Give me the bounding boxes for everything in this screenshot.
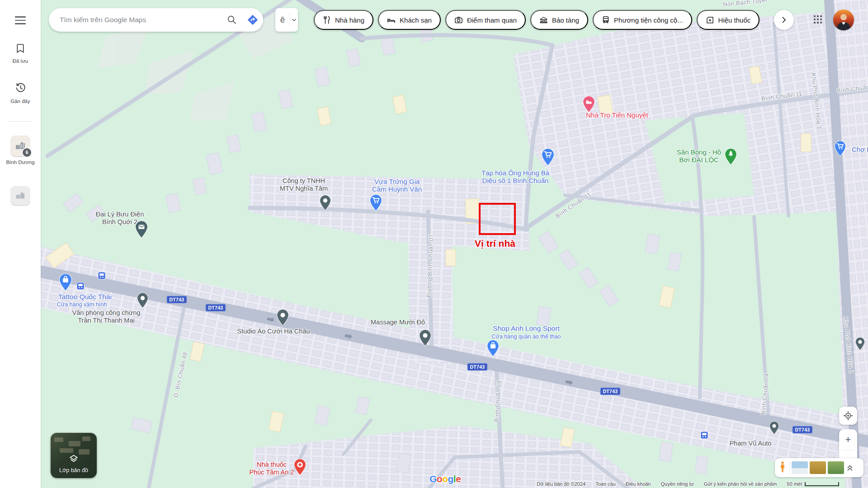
poi-label-nha-thuoc-phuc-tam-an[interactable]: Nhà thuốc Phúc Tâm An 2 — [250, 461, 294, 476]
chip-label: Điểm tham quan — [467, 16, 517, 24]
shortcut-label: Bình Dương — [5, 159, 36, 165]
imagery-thumbnail[interactable] — [810, 461, 826, 474]
pin-shop-anh-long[interactable] — [487, 340, 499, 359]
pin-tap-hoa[interactable] — [542, 148, 554, 168]
pin-nghia-tam[interactable] — [320, 195, 331, 213]
pegman-icon[interactable] — [778, 461, 788, 474]
search-button[interactable] — [222, 9, 242, 30]
attribution-bar: Dữ liệu bản đồ ©2024Toàn cầuĐiều khoảnQu… — [537, 481, 839, 487]
sidebar-item-label: Gần đây — [0, 98, 41, 104]
poi-label-san-bong-dai-loc[interactable]: Sân Bóng - Hồ Bơi ĐẠI LỘC — [677, 148, 721, 164]
shortcut-count-badge: 6 — [22, 147, 32, 158]
chip-museum[interactable]: Bảo tàng — [530, 10, 588, 30]
pin-edge[interactable] — [855, 337, 865, 352]
layers-label: Lớp bản đồ — [51, 467, 97, 474]
collapse-icon[interactable] — [847, 464, 853, 471]
pin-studio[interactable] — [277, 309, 289, 328]
chip-label: Hiệu thuốc — [718, 16, 751, 24]
footer-item[interactable]: Điều khoản — [626, 481, 651, 487]
sidebar-item-history[interactable]: Gần đây — [0, 82, 41, 104]
scale-text: 50 mét — [787, 481, 802, 487]
place-thumbnail — [11, 186, 30, 205]
search-bar — [49, 8, 263, 32]
imagery-thumbnail[interactable] — [828, 461, 844, 474]
chip-label: Bảo tàng — [552, 16, 579, 24]
poi-label-massage-muoi-do[interactable]: Massage Mười Đô — [371, 319, 425, 326]
pin-cho[interactable] — [835, 141, 846, 159]
directions-button[interactable] — [242, 9, 263, 30]
layers-icon — [69, 454, 79, 464]
sidebar-shortcut-2[interactable] — [0, 186, 41, 205]
chip-hotel[interactable]: Khách sạn — [378, 10, 441, 30]
footer-item[interactable]: Toàn cầu — [595, 481, 616, 487]
footer-item[interactable]: Dữ liệu bản đồ ©2024 — [537, 481, 585, 487]
pin-massage[interactable] — [419, 329, 431, 348]
more-categories-button[interactable] — [774, 10, 794, 30]
house-location-rectangle — [479, 203, 516, 235]
chip-label: Nhà hàng — [335, 16, 364, 24]
imagery-bar — [775, 458, 863, 477]
chevron-right-icon — [781, 16, 787, 23]
search-input[interactable] — [59, 15, 222, 24]
directions-icon — [247, 14, 259, 26]
category-chips: Nhà hàngKhách sạnĐiểm tham quanBảo tàngP… — [314, 10, 760, 30]
pin-nha-thuoc[interactable] — [294, 459, 306, 478]
pin-pham-vu[interactable] — [769, 421, 779, 436]
bus-stop-icon[interactable] — [76, 282, 85, 292]
poi-label-cho[interactable]: Chợ B — [852, 145, 868, 153]
sidebar: Đã lưuGần đây 6 Bình Dương — [0, 0, 41, 488]
poi-label-tattoo-quoc-thai[interactable]: Tattoo Quốc Thái — [58, 293, 112, 301]
ime-label: ê — [275, 13, 290, 27]
chip-transit[interactable]: Phương tiện công cộ... — [593, 10, 692, 30]
poi-label-shop-anh-long[interactable]: Shop Anh Long Sport — [493, 324, 559, 333]
chip-label: Phương tiện công cộ... — [614, 16, 683, 24]
pin-buu-dien[interactable] — [135, 221, 148, 240]
google-logo: Google — [429, 474, 461, 484]
pin-nha-tro[interactable] — [583, 96, 595, 115]
map-layers-button[interactable]: Lớp bản đồ — [51, 433, 97, 478]
road-badge: DT743 — [600, 388, 620, 395]
my-location-button[interactable] — [839, 407, 857, 425]
sidebar-divider — [8, 121, 33, 122]
chevron-down-icon[interactable] — [290, 19, 298, 21]
place-thumbnail: 6 — [11, 136, 30, 156]
pin-dai-loc[interactable] — [725, 148, 737, 167]
road-badge: DT743 — [166, 296, 187, 304]
menu-icon[interactable] — [11, 12, 30, 29]
google-apps-grid-icon[interactable] — [811, 13, 825, 26]
map-viewport[interactable]: Nhà Trọ Tiến NguyệtTạp hóa Ông Hùng Bà D… — [0, 0, 868, 488]
chip-pharmacy[interactable]: Hiệu thuốc — [697, 10, 760, 30]
avatar[interactable] — [833, 9, 854, 30]
map-scale: 50 mét — [787, 481, 839, 487]
footer-item[interactable]: Quyền riêng tư — [660, 481, 693, 487]
poi-label-cong-ty-nghia-tam[interactable]: Công ty TNHH MTV Nghĩa Tâm — [280, 177, 328, 192]
pin-vua-trung[interactable] — [370, 194, 382, 213]
zoom-in-button[interactable]: + — [839, 429, 857, 450]
poi-label-shop-anh-long-sub[interactable]: Cửa hàng quần áo thể thao — [492, 333, 561, 340]
my-location-icon — [843, 411, 853, 421]
footer-item[interactable]: Gửi ý kiến phản hồi về sản phẩm — [704, 481, 777, 487]
sidebar-item-bookmark[interactable]: Đã lưu — [0, 43, 41, 64]
vietnamese-input-toggle[interactable]: ê — [275, 8, 298, 32]
poi-label-nha-tro-tien-nguyet[interactable]: Nhà Trọ Tiến Nguyệt — [586, 111, 648, 119]
bus-stop-icon[interactable] — [98, 272, 106, 282]
chip-restaurant[interactable]: Nhà hàng — [314, 10, 373, 30]
pin-cong-chung[interactable] — [137, 292, 148, 310]
google-maps-app: Nhà Trọ Tiến NguyệtTạp hóa Ông Hùng Bà D… — [0, 0, 868, 488]
search-icon — [227, 15, 237, 25]
sidebar-shortcut-binh-duong[interactable]: 6 Bình Dương — [0, 136, 41, 165]
bus-stop-icon[interactable] — [700, 431, 708, 441]
road-badge: DT743 — [205, 304, 226, 312]
poi-label-van-phong-cong-chung[interactable]: Văn phòng công chứng Trần Thị Thanh Mai — [72, 309, 141, 324]
poi-label-vua-trung-huynh-van[interactable]: Vựa Trứng Gia Cầm Huỳnh Vân — [372, 178, 422, 193]
pin-tattoo[interactable] — [59, 273, 72, 293]
house-location-label: Vị trí nhà — [475, 238, 515, 249]
poi-label-studio-ao-cuoi[interactable]: Studio Áo Cưới Hà Châu — [237, 328, 310, 335]
poi-label-tattoo-sub[interactable]: Cửa hàng xăm hình — [57, 301, 107, 308]
road-badge: DT743 — [467, 363, 487, 371]
road-badge: DT743 — [792, 426, 812, 434]
poi-label-pham-vu-auto[interactable]: Phạm Vũ Auto — [730, 440, 772, 447]
poi-label-tap-hoa-ong-hung[interactable]: Tạp hóa Ông Hùng Bà Diệu số 1 Bình Chuẩn — [481, 169, 549, 185]
imagery-thumbnail[interactable] — [792, 461, 808, 474]
chip-camera[interactable]: Điểm tham quan — [445, 10, 526, 30]
